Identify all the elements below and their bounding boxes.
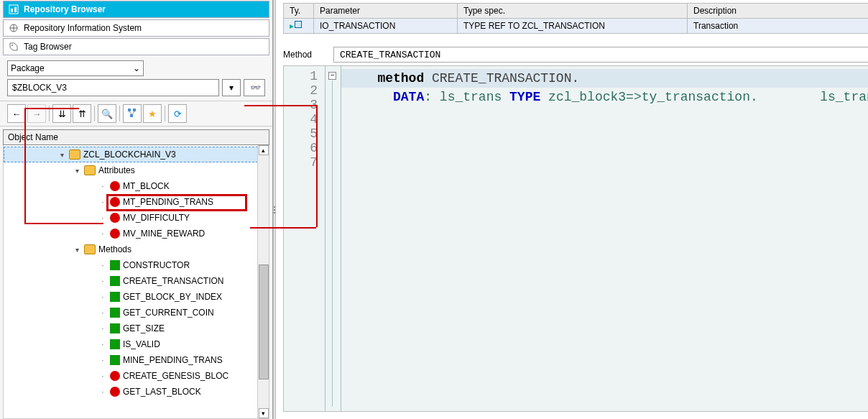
- refresh-button[interactable]: ⟳: [168, 104, 187, 123]
- bullet-icon: ·: [98, 372, 107, 380]
- tree-scrollbar[interactable]: ▴ ▾: [257, 145, 269, 418]
- tree-node-attr[interactable]: · MT_BLOCK: [4, 178, 269, 194]
- collapse-all-button[interactable]: ⇈: [73, 104, 91, 123]
- code-editor[interactable]: 1234567 − method CREATE_TRANSACTION. DAT…: [283, 65, 868, 412]
- tree-node-method[interactable]: ·IS_VALID: [4, 336, 269, 352]
- svg-point-6: [11, 45, 13, 46]
- tree-node-attr[interactable]: · MV_DIFFICULTY: [4, 210, 269, 226]
- svg-line-10: [129, 111, 131, 114]
- bullet-icon: ·: [98, 341, 107, 349]
- bullet-icon: ·: [98, 198, 107, 206]
- parameter-table: Ty. Parameter Type spec. Description ▸ I…: [283, 3, 868, 34]
- tree-node-method[interactable]: ·GET_LAST_BLOCK: [4, 384, 269, 400]
- back-button[interactable]: ←: [7, 104, 26, 123]
- table-row[interactable]: ▸ IO_TRANSACTION TYPE REF TO ZCL_TRANSAC…: [284, 19, 869, 34]
- code-area[interactable]: method CREATE_TRANSACTION. DATA: ls_tran…: [341, 66, 868, 411]
- col-typespec[interactable]: Type spec.: [458, 4, 688, 19]
- cell-typespec: TYPE REF TO ZCL_TRANSACTION: [458, 19, 688, 34]
- code-text: : ls_trans: [424, 90, 509, 104]
- scroll-up-icon[interactable]: ▴: [259, 145, 269, 155]
- svg-rect-9: [130, 114, 133, 117]
- tree-node-method[interactable]: ·GET_CURRENT_COIN: [4, 305, 269, 321]
- tree-node-method[interactable]: ·CONSTRUCTOR: [4, 257, 269, 273]
- forward-button[interactable]: →: [27, 104, 46, 123]
- cell-ty: ▸: [284, 19, 314, 34]
- tree-node-method[interactable]: ·CREATE_GENESIS_BLOC: [4, 368, 269, 384]
- package-dropdown-button[interactable]: ▾: [222, 79, 241, 96]
- method-private-icon: [110, 371, 120, 381]
- collapse-icon: ⇈: [78, 109, 86, 119]
- resize-handle[interactable]: ····: [276, 34, 868, 41]
- col-parameter[interactable]: Parameter: [314, 4, 458, 19]
- bullet-icon: ·: [98, 293, 107, 301]
- svg-rect-7: [128, 109, 131, 111]
- chevron-down-icon[interactable]: ▾: [73, 167, 81, 175]
- tree-label: GET_BLOCK_BY_INDEX: [123, 292, 222, 302]
- kw-type: TYPE: [509, 90, 540, 104]
- method-public-icon: [110, 276, 120, 286]
- package-type-select[interactable]: Package ⌄: [7, 60, 144, 76]
- method-name-field[interactable]: CREATE_TRANSACTION: [333, 47, 868, 63]
- tree-icon: [127, 108, 137, 120]
- col-description[interactable]: Description: [688, 4, 869, 19]
- tree-node-methods[interactable]: ▾ Methods: [4, 241, 269, 257]
- chevron-down-icon[interactable]: ▾: [73, 246, 81, 254]
- package-name-input[interactable]: $ZBLOCK_V3: [7, 79, 219, 96]
- tree-node-method[interactable]: ·GET_SIZE: [4, 321, 269, 336]
- bullet-icon: ·: [98, 277, 107, 285]
- star-icon: ★: [148, 109, 157, 119]
- tree-node-method[interactable]: ·CREATE_TRANSACTION: [4, 273, 269, 289]
- tree-node-attr[interactable]: · MV_MINE_REWARD: [4, 226, 269, 241]
- tree-label: CONSTRUCTOR: [123, 260, 190, 270]
- tree-node-attributes[interactable]: ▾ Attributes: [4, 162, 269, 178]
- method-public-icon: [110, 292, 120, 302]
- col-ty[interactable]: Ty.: [284, 4, 314, 19]
- expand-all-button[interactable]: ⇊: [52, 104, 71, 123]
- bullet-icon: ·: [98, 214, 107, 222]
- tag-icon: [8, 41, 19, 52]
- tree-label: GET_SIZE: [123, 323, 165, 333]
- tree-node-attr[interactable]: · MT_PENDING_TRANS: [4, 194, 269, 210]
- scroll-down-icon[interactable]: ▾: [259, 408, 269, 418]
- svg-line-11: [132, 111, 134, 114]
- triangle-down-icon: ▾: [229, 83, 234, 93]
- tab-repository-browser[interactable]: Repository Browser: [3, 1, 269, 18]
- left-pane: Repository Browser Repository Informatio…: [0, 0, 273, 419]
- tree-button[interactable]: [123, 104, 142, 123]
- bullet-icon: ·: [98, 356, 107, 364]
- tab-tag-browser[interactable]: Tag Browser: [3, 38, 269, 55]
- bullet-icon: ·: [98, 309, 107, 317]
- tree-label: Attributes: [98, 165, 135, 175]
- repo-browser-icon: [8, 4, 19, 15]
- tree-node-method[interactable]: ·GET_BLOCK_BY_INDEX: [4, 289, 269, 305]
- glasses-icon: 👓: [249, 83, 260, 93]
- tab-label: Repository Information System: [24, 23, 142, 33]
- tree-label: MV_MINE_REWARD: [123, 229, 205, 239]
- favorite-button[interactable]: ★: [143, 104, 162, 123]
- expand-icon: ⇊: [58, 109, 66, 119]
- find-button[interactable]: 🔍: [98, 104, 116, 123]
- fold-toggle[interactable]: −: [328, 72, 336, 80]
- scroll-thumb[interactable]: [259, 264, 269, 379]
- attr-private-icon: [110, 197, 120, 207]
- separator: [94, 106, 95, 121]
- tab-repository-info[interactable]: Repository Information System: [3, 19, 269, 37]
- method-public-icon: [110, 339, 120, 349]
- tree-node-class[interactable]: ▾ ZCL_BLOCKCHAIN_V3: [4, 147, 269, 162]
- attr-private-icon: [110, 181, 120, 191]
- method-public-icon: [110, 260, 120, 270]
- importing-icon: ▸: [290, 21, 302, 31]
- svg-rect-2: [14, 7, 17, 12]
- chevron-down-icon[interactable]: ▾: [57, 151, 66, 159]
- repo-info-icon: [8, 22, 19, 34]
- display-button[interactable]: 👓: [244, 79, 265, 96]
- refresh-icon: ⟳: [174, 109, 182, 119]
- tree-node-method[interactable]: ·MINE_PENDING_TRANS: [4, 352, 269, 368]
- attr-private-icon: [110, 213, 120, 223]
- nav-toolbar: ← → ⇊ ⇈ 🔍 ★ ⟳: [0, 101, 272, 126]
- cell-parameter: IO_TRANSACTION: [314, 19, 458, 34]
- kw-method: method: [377, 71, 424, 86]
- code-text: zcl_block3=>ty_transaction.: [540, 90, 757, 104]
- binoculars-icon: 🔍: [101, 109, 113, 119]
- tree-label: Methods: [98, 244, 131, 254]
